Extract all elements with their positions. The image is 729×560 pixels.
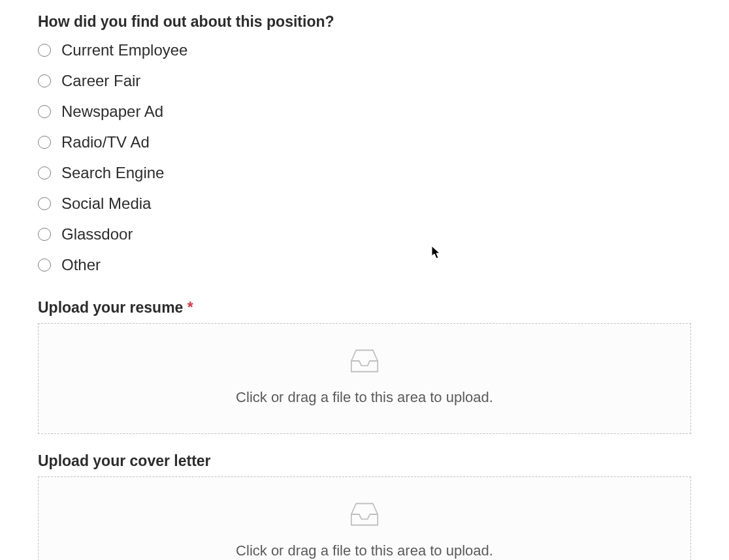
radio-input[interactable] — [38, 105, 51, 118]
radio-label: Other — [61, 256, 101, 274]
referral-radio-group: Current Employee Career Fair Newspaper A… — [38, 41, 691, 274]
resume-upload-section: Upload your resume * Click or drag a fil… — [38, 299, 691, 434]
cover-letter-upload-section: Upload your cover letter Click or drag a… — [38, 452, 691, 560]
radio-item-newspaper-ad[interactable]: Newspaper Ad — [38, 102, 691, 121]
resume-label-text: Upload your resume — [38, 299, 187, 316]
referral-question-section: How did you find out about this position… — [38, 13, 691, 274]
radio-item-career-fair[interactable]: Career Fair — [38, 72, 691, 90]
radio-input[interactable] — [38, 136, 51, 149]
radio-input[interactable] — [38, 44, 51, 57]
inbox-icon — [350, 347, 379, 375]
radio-label: Current Employee — [61, 41, 187, 59]
resume-dropzone-text: Click or drag a file to this area to upl… — [236, 389, 493, 406]
cover-letter-upload-label: Upload your cover letter — [38, 452, 691, 470]
radio-item-social-media[interactable]: Social Media — [38, 194, 691, 213]
inbox-icon — [350, 501, 379, 528]
resume-dropzone[interactable]: Click or drag a file to this area to upl… — [38, 323, 691, 434]
radio-item-other[interactable]: Other — [38, 256, 691, 274]
radio-item-search-engine[interactable]: Search Engine — [38, 164, 691, 182]
cover-letter-dropzone-text: Click or drag a file to this area to upl… — [236, 542, 493, 559]
radio-label: Career Fair — [61, 72, 140, 90]
radio-input[interactable] — [38, 258, 51, 272]
radio-item-radio-tv-ad[interactable]: Radio/TV Ad — [38, 133, 691, 151]
radio-item-current-employee[interactable]: Current Employee — [38, 41, 691, 59]
radio-input[interactable] — [38, 197, 51, 210]
radio-label: Search Engine — [61, 164, 164, 182]
radio-label: Radio/TV Ad — [61, 133, 150, 151]
radio-input[interactable] — [38, 228, 51, 241]
required-asterisk: * — [187, 299, 193, 316]
resume-upload-label: Upload your resume * — [38, 299, 691, 317]
radio-label: Newspaper Ad — [61, 102, 163, 121]
radio-label: Glassdoor — [61, 225, 133, 243]
radio-label: Social Media — [61, 194, 151, 213]
referral-question-label: How did you find out about this position… — [38, 13, 691, 31]
radio-input[interactable] — [38, 74, 51, 87]
cover-letter-label-text: Upload your cover letter — [38, 452, 211, 469]
cover-letter-dropzone[interactable]: Click or drag a file to this area to upl… — [38, 476, 691, 560]
radio-input[interactable] — [38, 166, 51, 179]
radio-item-glassdoor[interactable]: Glassdoor — [38, 225, 691, 243]
